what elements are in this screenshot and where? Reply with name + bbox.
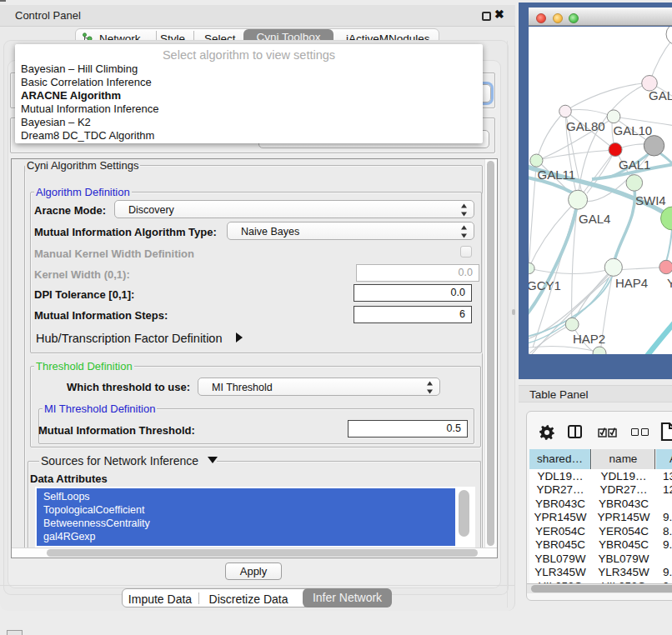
svg-text:GCY1: GCY1 <box>529 278 561 292</box>
svg-text:SWI4: SWI4 <box>635 193 666 208</box>
svg-text:GAL4: GAL4 <box>579 212 610 226</box>
svg-text:GAL: GAL <box>649 88 672 102</box>
svg-text:GAL1: GAL1 <box>619 158 650 172</box>
svg-text:HAP2: HAP2 <box>573 332 605 346</box>
svg-text:GAL11: GAL11 <box>538 168 576 182</box>
svg-text:HAP4: HAP4 <box>615 276 648 290</box>
svg-text:GAL10: GAL10 <box>614 123 653 138</box>
svg-text:Y: Y <box>667 276 672 290</box>
svg-text:GAL80: GAL80 <box>566 119 605 133</box>
